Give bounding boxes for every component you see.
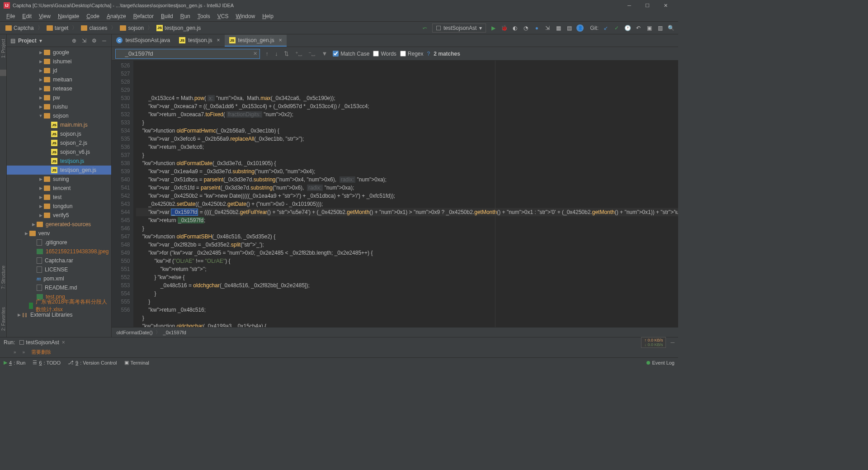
- breadcrumb-var[interactable]: _0x1597fd: [163, 330, 186, 335]
- tree-node[interactable]: ▶venv: [7, 229, 111, 238]
- tree-node[interactable]: JStestjson_gen.js: [7, 166, 111, 175]
- tree-node[interactable]: ▶test: [7, 193, 111, 202]
- editor-tab[interactable]: JStestjson.js×: [175, 35, 224, 47]
- regex-help-icon[interactable]: ?: [427, 51, 430, 57]
- run-hide-icon[interactable]: ─: [670, 339, 675, 346]
- git-revert-icon[interactable]: ↶: [635, 24, 642, 32]
- git-commit-icon[interactable]: ✓: [613, 24, 620, 32]
- breadcrumb-item[interactable]: classes: [79, 24, 109, 32]
- editor-tab[interactable]: JStestjson_gen.js×: [225, 35, 287, 47]
- git-history-icon[interactable]: 🕐: [624, 24, 631, 32]
- left-strip-icon[interactable]: [0, 70, 6, 76]
- layout-icon[interactable]: ▦: [555, 24, 562, 32]
- menu-help[interactable]: Help: [259, 12, 277, 20]
- maximize-button[interactable]: ☐: [638, 0, 656, 11]
- run-icon[interactable]: ▶: [490, 24, 497, 32]
- tree-node[interactable]: Captcha.rar: [7, 256, 111, 265]
- run-tab[interactable]: testSojsonAst ×: [19, 339, 65, 346]
- menu-file[interactable]: File: [3, 12, 19, 20]
- tree-node[interactable]: mpom.xml: [7, 274, 111, 283]
- tree-node[interactable]: JSsojson_v6.js: [7, 147, 111, 157]
- gutter[interactable]: 5265275285295305315325335345355365375385…: [112, 61, 133, 327]
- menu-run[interactable]: Run: [177, 12, 194, 20]
- add-selection-icon[interactable]: ⁺⎵: [293, 49, 304, 58]
- tree-node[interactable]: ▶meituan: [7, 75, 111, 84]
- close-tab-icon[interactable]: ×: [279, 37, 282, 43]
- close-tab-icon[interactable]: ×: [217, 37, 220, 43]
- match-case-checkbox[interactable]: Match Case: [333, 51, 369, 57]
- breadcrumb-item[interactable]: Captcha: [4, 24, 36, 32]
- tree-node[interactable]: JSsojson.js: [7, 129, 111, 138]
- run-config-combo[interactable]: testSojsonAst ▾: [432, 24, 486, 33]
- tree-node[interactable]: 广东省2018年高考各科分段人数统计.xlsx: [7, 301, 111, 310]
- breadcrumb-item[interactable]: target: [45, 24, 71, 32]
- tree-node[interactable]: ▶ruishu: [7, 102, 111, 111]
- gear-icon[interactable]: ⚙: [90, 37, 98, 44]
- filter-icon[interactable]: ▼: [320, 49, 329, 58]
- attach-icon[interactable]: ⇲: [544, 24, 551, 32]
- menu-code[interactable]: Code: [83, 12, 103, 20]
- breadcrumb-item[interactable]: JS testjson_gen.js: [155, 24, 203, 32]
- tree-node[interactable]: LICENSE: [7, 265, 111, 274]
- todo-tool-button[interactable]: ☰ 6: TODO: [33, 360, 61, 366]
- close-button[interactable]: ✕: [656, 0, 675, 11]
- project-tree[interactable]: ▶google▶ishumei▶jd▶meituan▶netease▶pw▶ru…: [7, 47, 111, 337]
- stop-icon[interactable]: ●: [533, 24, 540, 32]
- tree-node[interactable]: 16521592119438398.jpeg: [7, 247, 111, 256]
- select-all-icon[interactable]: ⇅: [282, 49, 291, 58]
- next-match-icon[interactable]: ↓: [273, 49, 280, 58]
- vc-tool-button[interactable]: ⎇ 9: Version Control: [68, 360, 117, 366]
- words-checkbox[interactable]: Words: [373, 51, 396, 57]
- menu-navigate[interactable]: Navigate: [54, 12, 83, 20]
- tree-node[interactable]: ▶jd: [7, 66, 111, 75]
- tree-node[interactable]: ▶tongdun: [7, 202, 111, 211]
- tree-node[interactable]: README.md: [7, 283, 111, 292]
- tree-node[interactable]: JSmain.min.js: [7, 120, 111, 129]
- hide-icon[interactable]: ─: [100, 37, 108, 44]
- prev-match-icon[interactable]: ↑: [264, 49, 270, 58]
- locate-icon[interactable]: ⊕: [71, 37, 78, 44]
- terminal-tool-button[interactable]: ▣ Terminal: [124, 360, 150, 366]
- tree-node[interactable]: ▶verify5: [7, 211, 111, 220]
- tree-node[interactable]: ▶pw: [7, 93, 111, 102]
- breadcrumb-item[interactable]: sojson: [118, 24, 146, 32]
- code-editor[interactable]: OFF _0x153cc4 = Math.pow( x: "num">0xa, …: [133, 61, 678, 327]
- tree-node[interactable]: ▼sojson: [7, 111, 111, 120]
- avatar-icon[interactable]: 👤: [576, 24, 584, 32]
- menu-view[interactable]: View: [35, 12, 54, 20]
- toolbar-icon-1[interactable]: ▣: [646, 24, 653, 32]
- tree-node[interactable]: JSsojson_2.js: [7, 138, 111, 147]
- run-tool-button[interactable]: ▶ 44: Run: Run: [4, 360, 25, 366]
- find-input[interactable]: [115, 49, 260, 59]
- menu-analyze[interactable]: Analyze: [103, 12, 130, 20]
- profile-icon[interactable]: ◔: [522, 24, 529, 32]
- toolbar-icon-2[interactable]: ▥: [656, 24, 664, 32]
- code-breadcrumb[interactable]: oldFormatDate() 〉 _0x1597fd: [112, 327, 678, 337]
- tree-node[interactable]: ▶google: [7, 48, 111, 57]
- favorites-tool-button[interactable]: 2: Favorites: [1, 304, 6, 333]
- menu-window[interactable]: Window: [232, 12, 259, 20]
- structure-tool-button[interactable]: 7: Structure: [1, 263, 6, 292]
- menu-vcs[interactable]: VCS: [214, 12, 232, 20]
- tree-node[interactable]: ▶tencent: [7, 184, 111, 193]
- clear-icon[interactable]: ✕: [253, 51, 257, 57]
- regex-checkbox[interactable]: Regex: [400, 51, 424, 57]
- menu-tools[interactable]: Tools: [194, 12, 214, 20]
- event-log-button[interactable]: Event Log: [646, 360, 675, 366]
- debug-icon[interactable]: 🐞: [500, 24, 508, 32]
- menu-refactor[interactable]: Refactor: [130, 12, 157, 20]
- git-update-icon[interactable]: ↙: [602, 24, 609, 32]
- tree-node[interactable]: .gitignore: [7, 238, 111, 247]
- minimize-button[interactable]: ─: [620, 0, 638, 11]
- tree-node[interactable]: ▶suning: [7, 175, 111, 184]
- project-tool-button[interactable]: 1: Project: [1, 36, 6, 61]
- chevron-down-icon[interactable]: ▾: [39, 38, 42, 44]
- menu-build[interactable]: Build: [157, 12, 177, 20]
- tree-node[interactable]: ▶generated-sources: [7, 220, 111, 229]
- editor-tab[interactable]: CtestSojsonAst.java: [112, 35, 175, 47]
- search-everywhere-icon[interactable]: 🔍: [667, 24, 675, 32]
- expand-icon[interactable]: ⇲: [80, 37, 88, 44]
- run-output[interactable]: »» 需要删除: [0, 347, 678, 357]
- tree-node[interactable]: ▶netease: [7, 84, 111, 93]
- tree-node[interactable]: JStestjson.js: [7, 157, 111, 166]
